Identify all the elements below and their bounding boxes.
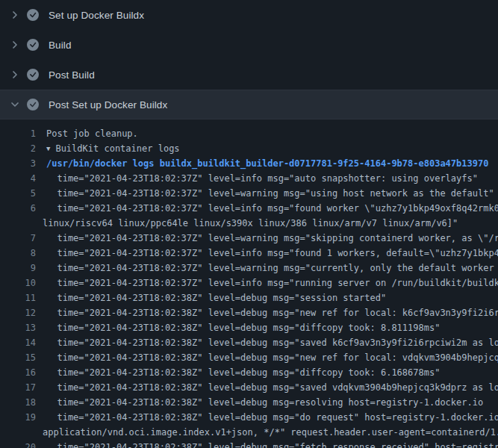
log-text: time="2021-04-23T18:02:38Z" level=debug … xyxy=(36,320,440,335)
chevron-right-icon xyxy=(9,39,21,51)
line-number[interactable]: 8 xyxy=(0,246,36,261)
log-line: 20 time="2021-04-23T18:02:38Z" level=deb… xyxy=(0,440,498,448)
step-header-build[interactable]: Build xyxy=(0,30,498,60)
log-text: time="2021-04-23T18:02:38Z" level=debug … xyxy=(36,395,483,410)
line-number[interactable]: 4 xyxy=(0,171,36,186)
step-header-set-up-docker-buildx[interactable]: Set up Docker Buildx xyxy=(0,0,498,30)
log-line: 11 time="2021-04-23T18:02:38Z" level=deb… xyxy=(0,290,498,305)
log-line: 1Post job cleanup. xyxy=(0,126,498,141)
line-number xyxy=(0,425,36,440)
log-line: application/vnd.oci.image.index.v1+json,… xyxy=(0,425,498,440)
log-line: 8 time="2021-04-23T18:02:37Z" level=info… xyxy=(0,246,498,261)
log-text: linux/riscv64 linux/ppc64le linux/s390x … xyxy=(36,216,458,231)
line-number[interactable]: 15 xyxy=(0,350,36,365)
group-toggle-icon[interactable]: ▼ xyxy=(46,141,50,156)
log-line: 2▼BuildKit container logs xyxy=(0,141,498,156)
line-number xyxy=(0,216,36,231)
log-line: 10 time="2021-04-23T18:02:37Z" level=inf… xyxy=(0,276,498,290)
check-circle-icon xyxy=(27,99,39,111)
log-text: time="2021-04-23T18:02:37Z" level=info m… xyxy=(36,201,498,216)
line-number[interactable]: 17 xyxy=(0,380,36,395)
step-label: Build xyxy=(49,40,72,51)
line-number[interactable]: 2 xyxy=(0,141,36,156)
log-text: time="2021-04-23T18:02:38Z" level=debug … xyxy=(36,440,498,448)
line-number[interactable]: 5 xyxy=(0,186,36,201)
log-text: time="2021-04-23T18:02:38Z" level=debug … xyxy=(36,380,498,395)
line-number[interactable]: 20 xyxy=(0,440,36,448)
log-command-text: /usr/bin/docker logs buildx_buildkit_bui… xyxy=(36,156,488,171)
step-label: Post Set up Docker Buildx xyxy=(49,99,167,111)
step-header-post-build[interactable]: Post Build xyxy=(0,60,498,90)
workflow-log-viewer: Set up Docker Buildx Build Post Build Po… xyxy=(0,0,498,448)
log-line: 18 time="2021-04-23T18:02:38Z" level=deb… xyxy=(0,395,498,410)
line-number[interactable]: 6 xyxy=(0,201,36,216)
line-number[interactable]: 14 xyxy=(0,335,36,350)
chevron-right-icon xyxy=(9,69,21,81)
line-number[interactable]: 18 xyxy=(0,395,36,410)
chevron-right-icon xyxy=(9,9,21,21)
log-line: 9 time="2021-04-23T18:02:37Z" level=warn… xyxy=(0,261,498,276)
log-text: time="2021-04-23T18:02:38Z" level=debug … xyxy=(36,350,498,365)
log-line: 16 time="2021-04-23T18:02:38Z" level=deb… xyxy=(0,365,498,380)
line-number[interactable]: 13 xyxy=(0,320,36,335)
step-header-post-set-up-docker-buildx[interactable]: Post Set up Docker Buildx xyxy=(0,90,498,119)
log-line: linux/riscv64 linux/ppc64le linux/s390x … xyxy=(0,216,498,231)
line-number[interactable]: 16 xyxy=(0,365,36,380)
log-text: ▼BuildKit container logs xyxy=(36,141,180,156)
line-number[interactable]: 9 xyxy=(0,261,36,276)
log-text: time="2021-04-23T18:02:38Z" level=debug … xyxy=(36,410,498,425)
log-text: time="2021-04-23T18:02:37Z" level=info m… xyxy=(36,171,478,186)
line-number[interactable]: 7 xyxy=(0,231,36,246)
log-line: 3/usr/bin/docker logs buildx_buildkit_bu… xyxy=(0,156,498,171)
check-circle-icon xyxy=(27,69,39,81)
log-line: 17 time="2021-04-23T18:02:38Z" level=deb… xyxy=(0,380,498,395)
log-text: application/vnd.oci.image.index.v1+json,… xyxy=(36,425,498,440)
log-line: 5 time="2021-04-23T18:02:37Z" level=warn… xyxy=(0,186,498,201)
log-line: 13 time="2021-04-23T18:02:38Z" level=deb… xyxy=(0,320,498,335)
step-label: Set up Docker Buildx xyxy=(49,10,144,21)
log-line: 4 time="2021-04-23T18:02:37Z" level=info… xyxy=(0,171,498,186)
check-circle-icon xyxy=(27,9,39,21)
log-text: time="2021-04-23T18:02:37Z" level=warnin… xyxy=(36,186,494,201)
log-text: time="2021-04-23T18:02:38Z" level=debug … xyxy=(36,335,498,350)
log-body: 1Post job cleanup.2▼BuildKit container l… xyxy=(0,119,498,448)
log-line: 6 time="2021-04-23T18:02:37Z" level=info… xyxy=(0,201,498,216)
log-text: time="2021-04-23T18:02:38Z" level=debug … xyxy=(36,365,440,380)
log-text: time="2021-04-23T18:02:37Z" level=warnin… xyxy=(36,231,498,246)
log-text: time="2021-04-23T18:02:37Z" level=warnin… xyxy=(36,261,498,276)
step-label: Post Build xyxy=(49,69,95,81)
line-number[interactable]: 11 xyxy=(0,290,36,305)
line-number[interactable]: 19 xyxy=(0,410,36,425)
log-text: Post job cleanup. xyxy=(36,126,138,141)
log-line: 19 time="2021-04-23T18:02:38Z" level=deb… xyxy=(0,410,498,425)
log-text: time="2021-04-23T18:02:37Z" level=info m… xyxy=(36,246,498,261)
check-circle-icon xyxy=(27,39,39,51)
line-number[interactable]: 3 xyxy=(0,156,36,171)
log-line: 15 time="2021-04-23T18:02:38Z" level=deb… xyxy=(0,350,498,365)
log-text: time="2021-04-23T18:02:38Z" level=debug … xyxy=(36,305,498,320)
line-number[interactable]: 1 xyxy=(0,126,36,141)
log-text: time="2021-04-23T18:02:37Z" level=info m… xyxy=(36,276,498,290)
log-text: time="2021-04-23T18:02:38Z" level=debug … xyxy=(36,290,386,305)
log-line: 7 time="2021-04-23T18:02:37Z" level=warn… xyxy=(0,231,498,246)
line-number[interactable]: 10 xyxy=(0,276,36,290)
line-number[interactable]: 12 xyxy=(0,305,36,320)
log-line: 14 time="2021-04-23T18:02:38Z" level=deb… xyxy=(0,335,498,350)
log-line: 12 time="2021-04-23T18:02:38Z" level=deb… xyxy=(0,305,498,320)
chevron-down-icon xyxy=(9,99,21,111)
